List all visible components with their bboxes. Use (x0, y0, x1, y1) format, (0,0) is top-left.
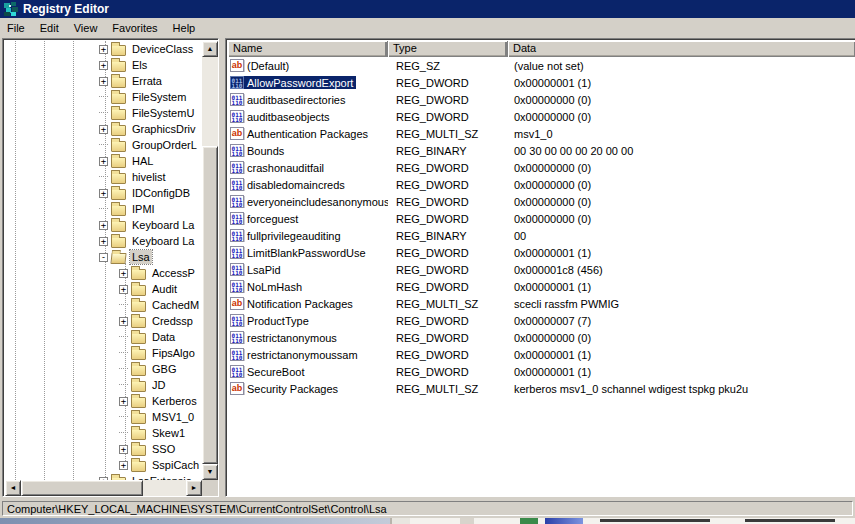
tree-item-msv1-0[interactable]: MSV1_0 (5, 409, 202, 425)
titlebar[interactable]: Registry Editor (0, 0, 855, 18)
scroll-right-icon[interactable]: ► (186, 480, 202, 496)
value-row-allowpasswordexport[interactable]: 011110AllowPasswordExportREG_DWORD0x0000… (228, 74, 855, 91)
value-selection: 011110restrictanonymous (230, 331, 340, 344)
expand-plus-icon[interactable]: + (119, 285, 128, 294)
column-header-type[interactable]: Type (388, 41, 508, 57)
binary-value-icon: 011110 (230, 93, 244, 106)
value-row-restrictanonymous[interactable]: 011110restrictanonymousREG_DWORD0x000000… (228, 329, 855, 346)
value-row-everyoneincludesanonymous[interactable]: 011110everyoneincludesanonymousREG_DWORD… (228, 193, 855, 210)
tree-item-graphicsdriv[interactable]: +GraphicsDriv (5, 121, 202, 137)
expand-plus-icon[interactable]: + (99, 45, 108, 54)
expand-plus-icon[interactable]: + (99, 61, 108, 70)
tree-vscroll-thumb[interactable] (202, 146, 218, 464)
value-row-lsapid[interactable]: 011110LsaPidREG_DWORD0x000001c8 (456) (228, 261, 855, 278)
menu-edit[interactable]: Edit (34, 20, 68, 37)
tree-item-filesystemu[interactable]: FileSystemU (5, 105, 202, 121)
tree-item-sso[interactable]: +SSO (5, 441, 202, 457)
tree-item-grouporderl[interactable]: GroupOrderL (5, 137, 202, 153)
expand-plus-icon[interactable]: + (99, 125, 108, 134)
value-row-authentication-packages[interactable]: abAuthentication PackagesREG_MULTI_SZmsv… (228, 125, 855, 142)
value-row-disabledomaincreds[interactable]: 011110disabledomaincredsREG_DWORD0x00000… (228, 176, 855, 193)
tree-item-kerberos[interactable]: +Kerberos (5, 393, 202, 409)
value-row-forceguest[interactable]: 011110forceguestREG_DWORD0x00000000 (0) (228, 210, 855, 227)
value-row-limitblankpassworduse[interactable]: 011110LimitBlankPasswordUseREG_DWORD0x00… (228, 244, 855, 261)
value-name-label: LsaPid (244, 264, 281, 276)
tree-item-credssp[interactable]: +Credssp (5, 313, 202, 329)
value-row-bounds[interactable]: 011110BoundsREG_BINARY00 30 00 00 00 20 … (228, 142, 855, 159)
expand-plus-icon[interactable]: + (119, 269, 128, 278)
binary-value-icon: 011110 (230, 365, 244, 378)
value-name-label: Authentication Packages (244, 128, 368, 140)
window-title: Registry Editor (23, 2, 109, 16)
tree-item-cachedm[interactable]: CachedM (5, 297, 202, 313)
expand-plus-icon[interactable]: + (99, 237, 108, 246)
expand-plus-icon[interactable]: + (119, 397, 128, 406)
tree-item-keyboard-la[interactable]: +Keyboard La (5, 233, 202, 249)
value-type-cell: REG_DWORD (388, 196, 508, 208)
value-data-cell: 0x00000001 (1) (508, 349, 855, 361)
menu-help[interactable]: Help (167, 20, 205, 37)
column-header-data[interactable]: Data (508, 41, 855, 57)
tree-item-accessp[interactable]: +AccessP (5, 265, 202, 281)
menu-favorites[interactable]: Favorites (106, 20, 166, 37)
value-row-producttype[interactable]: 011110ProductTypeREG_DWORD0x00000007 (7) (228, 312, 855, 329)
value-row-auditbaseobjects[interactable]: 011110auditbaseobjectsREG_DWORD0x0000000… (228, 108, 855, 125)
value-row-secureboot[interactable]: 011110SecureBootREG_DWORD0x00000001 (1) (228, 363, 855, 380)
tree-vertical-scrollbar[interactable]: ▲ ▼ (202, 41, 218, 480)
tree-branch-stub (119, 416, 128, 418)
tree-hscroll-thumb[interactable] (21, 480, 143, 496)
tree-item-lsaextensio[interactable]: +LsaExtensio (5, 473, 202, 480)
tree-item-audit[interactable]: +Audit (5, 281, 202, 297)
tree-item-label: MSV1_0 (150, 410, 196, 424)
expand-plus-icon[interactable]: + (99, 157, 108, 166)
value-row-default[interactable]: ab(Default)REG_SZ(value not set) (228, 57, 855, 74)
tree-item-gbg[interactable]: GBG (5, 361, 202, 377)
value-row-auditbasedirectories[interactable]: 011110auditbasedirectoriesREG_DWORD0x000… (228, 91, 855, 108)
tree-item-els[interactable]: +Els (5, 57, 202, 73)
tree-item-data[interactable]: Data (5, 329, 202, 345)
folder-icon (131, 285, 146, 296)
tree-item-keyboard-la[interactable]: +Keyboard La (5, 217, 202, 233)
folder-icon (131, 461, 146, 472)
collapse-minus-icon[interactable]: - (99, 253, 108, 262)
value-row-restrictanonymoussam[interactable]: 011110restrictanonymoussamREG_DWORD0x000… (228, 346, 855, 363)
value-selection: 011110SecureBoot (230, 365, 307, 378)
expand-plus-icon[interactable]: + (119, 461, 128, 470)
tree-item-deviceclass[interactable]: +DeviceClass (5, 41, 202, 57)
column-header-name[interactable]: Name (228, 41, 388, 57)
scroll-left-icon[interactable]: ◄ (5, 480, 21, 496)
tree-item-sspicach[interactable]: +SspiCach (5, 457, 202, 473)
value-row-security-packages[interactable]: abSecurity PackagesREG_MULTI_SZkerberos … (228, 380, 855, 397)
tree-item-hivelist[interactable]: hivelist (5, 169, 202, 185)
expand-plus-icon[interactable]: + (99, 189, 108, 198)
value-selection: 011110everyoneincludesanonymous (230, 195, 388, 208)
scroll-up-icon[interactable]: ▲ (202, 41, 218, 57)
tree-item-idconfigdb[interactable]: +IDConfigDB (5, 185, 202, 201)
value-type-cell: REG_DWORD (388, 111, 508, 123)
value-row-nolmhash[interactable]: 011110NoLmHashREG_DWORD0x00000001 (1) (228, 278, 855, 295)
value-row-crashonauditfail[interactable]: 011110crashonauditfailREG_DWORD0x0000000… (228, 159, 855, 176)
tree-item-skew1[interactable]: Skew1 (5, 425, 202, 441)
tree-item-jd[interactable]: JD (5, 377, 202, 393)
tree-item-lsa[interactable]: -Lsa (5, 249, 202, 265)
menu-file[interactable]: File (1, 20, 34, 37)
tree-item-ipmi[interactable]: IPMI (5, 201, 202, 217)
scroll-down-icon[interactable]: ▼ (202, 464, 218, 480)
tree-horizontal-scrollbar[interactable]: ◄ ► (5, 480, 202, 496)
value-row-notification-packages[interactable]: abNotification PackagesREG_MULTI_SZscecl… (228, 295, 855, 312)
background-sliver-fragment (520, 518, 538, 524)
expand-plus-icon[interactable]: + (99, 221, 108, 230)
value-name-cell: 011110SecureBoot (228, 365, 388, 378)
tree-item-errata[interactable]: +Errata (5, 73, 202, 89)
tree-item-label: Lsa (130, 250, 152, 264)
tree-item-filesystem[interactable]: FileSystem (5, 89, 202, 105)
tree-item-fipsalgo[interactable]: FipsAlgo (5, 345, 202, 361)
menu-view[interactable]: View (68, 20, 107, 37)
expand-plus-icon[interactable]: + (119, 445, 128, 454)
expand-plus-icon[interactable]: + (119, 317, 128, 326)
expand-plus-icon[interactable]: + (99, 77, 108, 86)
tree-item-hal[interactable]: +HAL (5, 153, 202, 169)
tree-item-label: IPMI (130, 202, 157, 216)
value-row-fullprivilegeauditing[interactable]: 011110fullprivilegeauditingREG_BINARY00 (228, 227, 855, 244)
value-type-cell: REG_DWORD (388, 162, 508, 174)
